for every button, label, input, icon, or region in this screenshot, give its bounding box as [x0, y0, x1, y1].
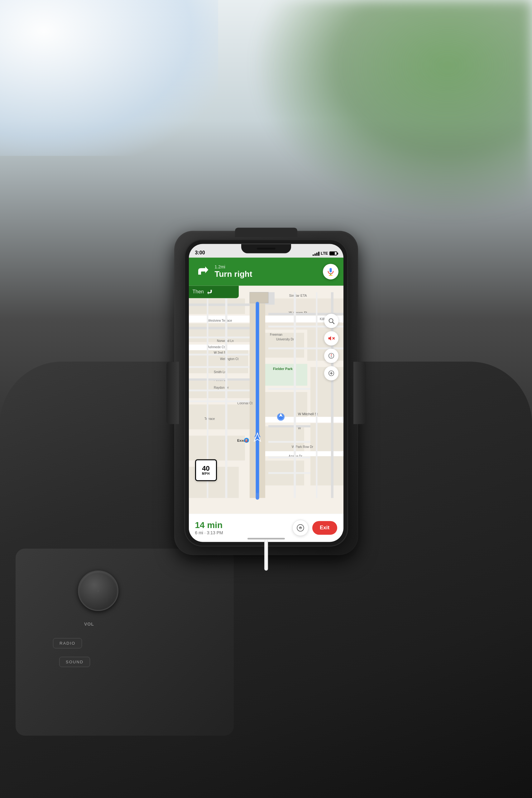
- phone-mount: 3:00 LTE: [185, 240, 347, 546]
- map-buttons: [324, 314, 339, 380]
- exit-label: Exit: [320, 525, 329, 531]
- svg-text:⛽: ⛽: [245, 439, 248, 442]
- mute-icon: [328, 335, 335, 342]
- eta-info: 14 min 6 mi · 3:13 PM: [195, 520, 289, 535]
- speed-limit-value: 40: [202, 465, 209, 472]
- svg-rect-51: [250, 292, 268, 303]
- svg-rect-12: [189, 435, 245, 460]
- then-bar: Then: [189, 286, 239, 298]
- svg-rect-1: [189, 298, 245, 314]
- mic-button[interactable]: [323, 264, 339, 279]
- svg-text:Westview Terrace: Westview Terrace: [208, 319, 232, 322]
- svg-text:Ashmede Ct: Ashmede Ct: [208, 345, 225, 349]
- svg-marker-79: [331, 354, 332, 356]
- compass-icon: [328, 352, 335, 359]
- usb-cable: [264, 539, 268, 570]
- svg-text:Wellington Ct: Wellington Ct: [220, 357, 239, 361]
- volume-knob[interactable]: ○: [78, 570, 118, 611]
- turn-right-arrow-icon: [195, 265, 209, 279]
- car-controls-panel: ○ VOL RADIO SOUND: [16, 549, 234, 736]
- status-time: 3:00: [195, 250, 205, 255]
- svg-rect-9: [189, 404, 254, 429]
- phone-screen: 3:00 LTE: [189, 244, 343, 542]
- mute-map-button[interactable]: [324, 331, 339, 345]
- vol-label: VOL: [84, 622, 94, 627]
- svg-rect-20: [258, 417, 343, 422]
- eta-minutes: 14 min: [195, 520, 289, 530]
- radio-button[interactable]: RADIO: [53, 638, 82, 648]
- signal-bar-1: [312, 254, 314, 255]
- signal-bars-icon: [312, 251, 320, 255]
- search-map-button[interactable]: [324, 314, 339, 328]
- svg-text:Fielder Park: Fielder Park: [273, 367, 293, 370]
- sound-button[interactable]: SOUND: [59, 657, 90, 667]
- plus-icon: [328, 370, 335, 377]
- nav-instruction: Turn right: [215, 269, 319, 279]
- speed-limit-unit: MPH: [202, 472, 210, 475]
- svg-text:Similar ETA: Similar ETA: [289, 293, 307, 297]
- svg-marker-80: [331, 356, 332, 358]
- status-icons: LTE: [312, 251, 337, 255]
- signal-bar-3: [316, 252, 318, 255]
- zoom-plus-map-button[interactable]: [324, 366, 339, 380]
- svg-text:Smith Ln: Smith Ln: [214, 370, 226, 374]
- navigation-header: 1.2mi Turn right: [189, 258, 343, 286]
- mount-clip-left: [167, 362, 179, 424]
- nav-distance: 1.2mi: [215, 264, 319, 269]
- turn-arrow-container: [194, 263, 211, 280]
- search-icon: [328, 317, 335, 324]
- reroute-icon: [297, 524, 304, 532]
- sky-background: [0, 0, 218, 156]
- svg-text:W Mitchell St: W Mitchell St: [298, 412, 318, 416]
- mic-icon: [326, 267, 335, 276]
- svg-text:Terrace: Terrace: [205, 417, 215, 420]
- nav-info: 1.2mi Turn right: [215, 264, 319, 279]
- mount-clip-right: [354, 362, 366, 424]
- battery-fill: [330, 252, 335, 255]
- speed-limit-sign: 40 MPH: [195, 459, 217, 481]
- mount-clip-top: [235, 228, 297, 237]
- reroute-button[interactable]: [292, 520, 308, 536]
- svg-line-75: [332, 322, 334, 324]
- notch: [241, 244, 291, 253]
- then-text: Then: [193, 289, 204, 294]
- svg-text:Freeman: Freeman: [270, 333, 282, 336]
- lte-label: LTE: [321, 251, 328, 255]
- exit-button[interactable]: Exit: [312, 521, 337, 535]
- compass-map-button[interactable]: [324, 348, 339, 363]
- battery-icon: [329, 251, 337, 255]
- signal-bar-4: [318, 251, 320, 255]
- signal-bar-2: [315, 253, 316, 255]
- eta-details: 6 mi · 3:13 PM: [195, 530, 289, 535]
- phone: 3:00 LTE: [185, 240, 347, 546]
- then-turn-icon: [206, 288, 214, 296]
- speaker: [257, 247, 276, 249]
- svg-text:University Dr: University Dr: [276, 338, 294, 341]
- tree-bokeh: [251, 0, 532, 218]
